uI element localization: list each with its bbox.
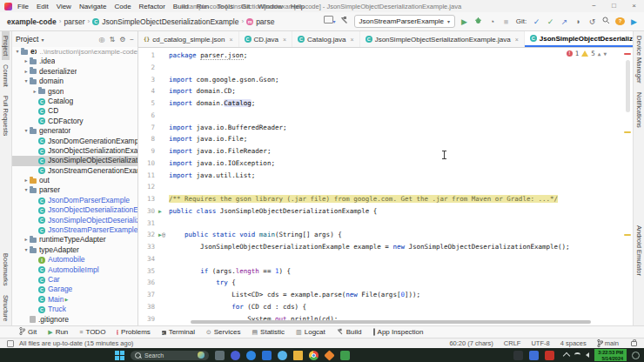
profile-app-icon[interactable]: ▶: [629, 17, 639, 27]
close-button[interactable]: ×: [624, 0, 644, 12]
tree-item-deserializer[interactable]: ▸deserializer: [12, 67, 138, 77]
minimize-button[interactable]: −: [584, 0, 604, 12]
editor-tab-cd-java[interactable]: CCD.java×: [239, 31, 293, 47]
toolwindow-statistic[interactable]: ▤Statistic: [252, 328, 285, 336]
tree-item-jsondomgenerationexample[interactable]: CJsonDomGenerationExample: [12, 137, 138, 146]
volume-icon[interactable]: [586, 352, 589, 358]
gear-icon[interactable]: ⚙: [119, 36, 125, 44]
tree-item-car[interactable]: CCar: [12, 275, 138, 285]
tree-item-garage[interactable]: CGarage: [12, 285, 138, 294]
taskbar-app-chrome[interactable]: [309, 351, 319, 360]
tree-item-out[interactable]: ▸out: [12, 176, 138, 185]
taskbar-app-terminal-app[interactable]: [513, 351, 523, 360]
close-icon[interactable]: ×: [283, 37, 286, 43]
toolwindow-logcat[interactable]: ▥Logcat: [296, 328, 325, 336]
taskbar-app-task-view[interactable]: [215, 351, 225, 360]
indent-setting[interactable]: 4 spaces: [560, 339, 587, 347]
toolwindow-problems[interactable]: !Problems: [117, 328, 150, 336]
toolwindow-app-inspection[interactable]: App Inspection: [373, 328, 424, 336]
toolwindow-git[interactable]: Git: [19, 327, 37, 337]
tool-stripe-project[interactable]: Project: [2, 31, 10, 60]
editor-tab-jsonsimpleobjectserializationexample-java[interactable]: CJsonSimpleObjectSerializationExample.ja…: [360, 31, 525, 47]
device-selector-icon[interactable]: ▾: [324, 16, 336, 27]
toolwindow-terminal[interactable]: >_Terminal: [162, 328, 195, 336]
tree-item-jsonsimpleobjectserializationexample[interactable]: CJsonSimpleObjectSerializationExample: [12, 156, 138, 165]
inspections-widget[interactable]: ! 1 5 ▲ ▼: [567, 50, 607, 57]
menu-refactor[interactable]: Refactor: [139, 3, 165, 10]
notification-center-icon[interactable]: [632, 352, 640, 359]
menu-file[interactable]: File: [17, 3, 29, 10]
locate-file-icon[interactable]: ◎: [98, 36, 104, 44]
toolwindow-build[interactable]: Build: [337, 328, 362, 337]
tree-item-main[interactable]: CMain▶: [12, 295, 138, 305]
readonly-lock-icon[interactable]: [631, 341, 637, 346]
tree-item-gson[interactable]: ▸gson: [12, 87, 138, 97]
next-issue-chevron-icon[interactable]: ▼: [603, 50, 607, 57]
tree-item-jsonsimpleobjectdeserializationexample[interactable]: CJsonSimpleObjectDeserializationExample: [12, 216, 138, 225]
search-everywhere-icon[interactable]: [601, 17, 611, 27]
taskbar-app-teams[interactable]: [231, 351, 240, 360]
build-hammer-icon[interactable]: [340, 16, 350, 27]
error-stripe-mark[interactable]: [624, 53, 631, 55]
tree-item-truck[interactable]: CTruck: [12, 305, 138, 314]
tool-stripe-notifications[interactable]: Notifications: [635, 88, 643, 132]
tree-item-runtimetypeadapter[interactable]: ▸runtimeTypeAdapter: [12, 235, 138, 245]
chevron-down-icon[interactable]: ▾: [41, 37, 44, 43]
tray-chevron-icon[interactable]: [563, 352, 570, 359]
git-update-icon[interactable]: ✓: [532, 17, 541, 27]
tree-item-idea[interactable]: ▸.idea: [12, 57, 138, 66]
run-configuration-select[interactable]: JsonStreamParserExample▾: [354, 15, 455, 28]
profiler-icon[interactable]: ◔: [487, 17, 497, 27]
tree-item-cdfactory[interactable]: CCDFactory: [12, 117, 138, 126]
tree-item-catalog[interactable]: CCatalog: [12, 97, 138, 106]
git-push-icon[interactable]: ↗: [560, 17, 569, 27]
tree-item-gitignore[interactable]: .gitignore: [12, 315, 138, 325]
tree-item-jsonstreamparserexample[interactable]: CJsonStreamParserExample: [12, 225, 138, 235]
close-icon[interactable]: ×: [515, 37, 519, 43]
start-button[interactable]: [115, 351, 124, 360]
tree-item-jsonstreamgenerationexample[interactable]: CJsonStreamGenerationExample: [12, 166, 138, 176]
hide-panel-icon[interactable]: −: [130, 36, 134, 44]
menu-navigate[interactable]: Navigate: [79, 3, 107, 10]
taskbar-app-vscode[interactable]: [262, 351, 272, 360]
git-commit-icon[interactable]: ✓: [546, 17, 555, 27]
tree-item-cd[interactable]: CCD: [12, 106, 138, 116]
warning-stripe-mark[interactable]: [624, 131, 631, 133]
breadcrumb-item-jsonsimpleobjectdeserializationexample[interactable]: CJsonSimpleObjectDeserializationExample: [92, 17, 238, 26]
file-encoding[interactable]: UTF-8: [531, 339, 549, 347]
tree-item-automobile[interactable]: IAutomobile: [12, 255, 138, 265]
collapse-all-icon[interactable]: ⇅: [109, 36, 115, 44]
close-icon[interactable]: ×: [351, 37, 354, 43]
taskbar-app-diamond-app[interactable]: [324, 350, 334, 360]
wifi-icon[interactable]: [574, 352, 580, 358]
rollback-icon[interactable]: ↺: [587, 17, 597, 27]
tree-item-jsonobjectdeserializationexample[interactable]: CJsonObjectDeserializationExample: [12, 205, 138, 215]
menu-view[interactable]: View: [57, 3, 71, 10]
vertical-scrollbar[interactable]: [626, 60, 630, 112]
taskbar-app-z-app[interactable]: [529, 351, 539, 360]
history-icon[interactable]: ◗: [574, 17, 583, 27]
tree-item-generator[interactable]: ▾generator: [12, 126, 138, 136]
close-icon[interactable]: ×: [229, 37, 232, 43]
taskbar-app-edge[interactable]: [246, 351, 256, 360]
tool-stripe-device-manager[interactable]: Device Manager: [635, 31, 643, 88]
tree-item-jsonobjectserializationexample[interactable]: CJsonObjectSerializationExample: [12, 146, 138, 156]
editor-tab-catalog-java[interactable]: CCatalog.java×: [292, 31, 360, 47]
warning-stripe-mark[interactable]: [624, 234, 631, 236]
tree-item-example-code-code[interactable]: ▾example-code [code]..\instruction\json\…: [12, 47, 138, 57]
taskbar-app-file-explorer[interactable]: [293, 351, 303, 360]
tool-stripe-structure[interactable]: Structure: [2, 291, 10, 325]
line-separator[interactable]: CRLF: [504, 339, 521, 347]
tree-item-domain[interactable]: ▾domain: [12, 77, 138, 86]
tree-item-parser[interactable]: ▾parser: [12, 185, 138, 195]
breadcrumb-item-parse[interactable]: mparse: [246, 17, 274, 26]
breadcrumb-item-example-code[interactable]: example-code: [7, 17, 57, 26]
tree-item-typeadapter[interactable]: ▾typeAdapter: [12, 245, 138, 255]
run-gutter-icon[interactable]: ▶: [158, 208, 162, 215]
run-button[interactable]: ▶: [460, 17, 469, 27]
taskbar-app-acrobat[interactable]: [545, 351, 554, 360]
tool-stripe-pull-requests[interactable]: Pull Requests: [2, 91, 10, 140]
caret-position[interactable]: 60:20 (7 chars): [449, 339, 493, 347]
toolwindow-todo[interactable]: ≡TODO: [79, 328, 105, 336]
vcs-status-message[interactable]: All files are up-to-date (15 minutes ago…: [19, 339, 133, 347]
